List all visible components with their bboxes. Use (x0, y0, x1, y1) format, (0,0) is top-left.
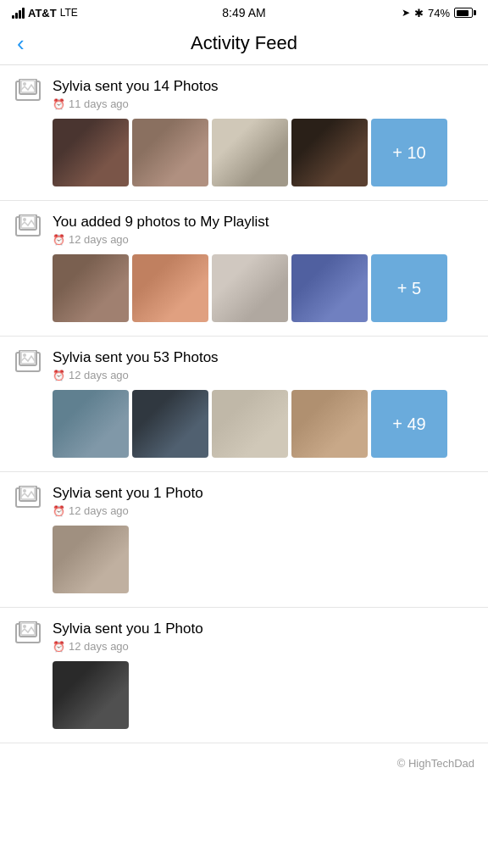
photo-thumb[interactable] (132, 254, 208, 322)
more-photos-tile[interactable]: + 10 (371, 119, 447, 186)
feed-photo-icon (14, 484, 44, 511)
svg-point-3 (23, 82, 26, 86)
photo-thumb[interactable] (53, 661, 129, 729)
clock-icon: ⏰ (53, 98, 65, 110)
feed-item-title: Sylvia sent you 14 Photos (53, 77, 474, 96)
feed-item-title: You added 9 photos to My Playlist (53, 213, 474, 231)
clock-icon: ⏰ (53, 641, 65, 653)
svg-point-19 (23, 625, 26, 628)
status-indicators: ➤ ✱ 74% (402, 7, 476, 19)
photo-thumb[interactable] (212, 390, 288, 458)
more-count-label: + 10 (392, 143, 425, 163)
footer: © HighTechDad (0, 743, 488, 783)
photo-thumb[interactable] (132, 390, 208, 458)
header: ‹ Activity Feed (0, 24, 488, 65)
feed-item-2: You added 9 photos to My Playlist⏰ 12 da… (0, 201, 488, 337)
more-photos-tile[interactable]: + 49 (371, 390, 447, 458)
photo-thumb[interactable] (53, 526, 129, 593)
photo-grid (53, 661, 474, 729)
feed-time-label: 11 days ago (69, 97, 129, 110)
feed-item-title: Sylvia sent you 1 Photo (53, 484, 474, 503)
feed-time-label: 12 days ago (69, 233, 129, 246)
page-title: Activity Feed (191, 32, 297, 54)
status-bar: AT&T LTE 8:49 AM ➤ ✱ 74% (0, 0, 488, 24)
photo-thumb[interactable] (53, 254, 129, 322)
feed-time-label: 12 days ago (69, 369, 129, 381)
more-photos-tile[interactable]: + 5 (371, 254, 447, 322)
clock-icon: ⏰ (53, 234, 65, 246)
feed-item-5: Sylvia sent you 1 Photo⏰ 12 days ago (0, 608, 488, 743)
svg-point-11 (23, 353, 26, 357)
feed-photo-icon (14, 77, 44, 104)
photo-thumb[interactable] (291, 254, 368, 322)
feed-item-title: Sylvia sent you 53 Photos (53, 348, 474, 367)
feed-item-4: Sylvia sent you 1 Photo⏰ 12 days ago (0, 472, 488, 608)
feed-photo-icon (14, 620, 44, 647)
photo-grid (53, 526, 474, 593)
svg-point-7 (23, 218, 26, 221)
photo-thumb[interactable] (212, 254, 288, 322)
feed-item-1: Sylvia sent you 14 Photos⏰ 11 days ago+ … (0, 65, 488, 201)
activity-feed: Sylvia sent you 14 Photos⏰ 11 days ago+ … (0, 65, 488, 743)
back-button[interactable]: ‹ (14, 32, 28, 54)
feed-item-title: Sylvia sent you 1 Photo (53, 620, 474, 638)
clock-icon: ⏰ (53, 505, 65, 517)
photo-grid: + 10 (53, 119, 474, 186)
photo-thumb[interactable] (53, 119, 129, 186)
feed-time-label: 12 days ago (69, 504, 129, 517)
bluetooth-icon: ✱ (414, 7, 424, 19)
more-count-label: + 49 (392, 415, 425, 434)
feed-photo-icon (14, 348, 44, 376)
battery-percent: 74% (428, 7, 450, 19)
photo-thumb[interactable] (132, 119, 208, 186)
feed-photo-icon (14, 213, 44, 240)
carrier-label: AT&T (28, 7, 57, 19)
photo-thumb[interactable] (291, 119, 368, 186)
photo-grid: + 5 (53, 254, 474, 322)
photo-grid: + 49 (53, 390, 474, 458)
copyright-text: © HighTechDad (397, 757, 474, 770)
feed-time-label: 12 days ago (69, 640, 129, 653)
clock-icon: ⏰ (53, 370, 65, 381)
photo-thumb[interactable] (53, 390, 129, 458)
feed-item-3: Sylvia sent you 53 Photos⏰ 12 days ago+ … (0, 337, 488, 472)
signal-icon (12, 7, 25, 19)
status-time: 8:49 AM (222, 6, 265, 19)
more-count-label: + 5 (397, 279, 421, 298)
svg-point-15 (23, 489, 26, 492)
photo-thumb[interactable] (212, 119, 288, 186)
location-icon: ➤ (402, 7, 410, 19)
battery-icon (454, 8, 476, 18)
carrier-info: AT&T LTE (12, 7, 78, 19)
photo-thumb[interactable] (291, 390, 368, 458)
network-type: LTE (60, 7, 78, 19)
